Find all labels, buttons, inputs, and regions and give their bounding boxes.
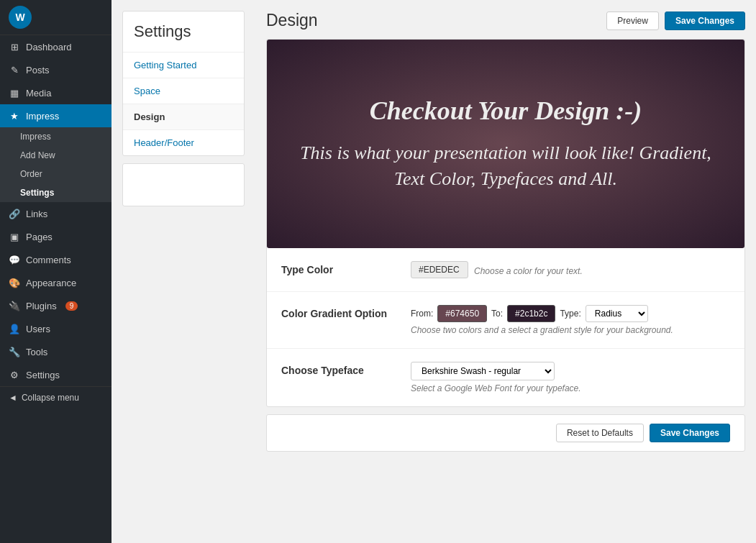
gradient-label: Color Gradient Option [281, 305, 411, 319]
sidebar-item-tools[interactable]: 🔧 Tools [0, 340, 111, 363]
sidebar-item-links[interactable]: 🔗 Links [0, 202, 111, 225]
wordpress-icon: W [9, 6, 32, 29]
sidebar-item-users[interactable]: 👤 Users [0, 317, 111, 340]
wp-logo: W [0, 0, 111, 35]
nav-link-space[interactable]: Space [123, 78, 244, 104]
design-header: Design Preview Save Changes [266, 11, 745, 30]
design-title: Design [266, 11, 318, 30]
impress-submenu: Impress Add New Order Settings [0, 127, 111, 202]
tools-icon: 🔧 [9, 346, 20, 357]
dashboard-icon: ⊞ [9, 41, 20, 53]
settings-panel: Settings Getting Started Space Design He… [111, 0, 255, 543]
nav-link-header-footer[interactable]: Header/Footer [123, 130, 244, 155]
collapse-menu-button[interactable]: ◄ Collapse menu [0, 386, 111, 409]
settings-nav: Getting Started Space Design Header/Foot… [123, 53, 244, 155]
design-header-buttons: Preview Save Changes [606, 12, 745, 30]
gradient-control: From: #674650 To: #2c1b2c Type: Radius L… [411, 305, 730, 335]
sidebar-item-comments[interactable]: 💬 Comments [0, 248, 111, 271]
gradient-from-label: From: [411, 309, 433, 319]
nav-design[interactable]: Design [123, 104, 244, 130]
appearance-icon: 🎨 [9, 277, 20, 288]
gradient-from-swatch[interactable]: #674650 [437, 305, 487, 322]
sidebar-item-posts[interactable]: ✎ Posts [0, 58, 111, 81]
type-color-control: #EDEDEC Choose a color for your text. [411, 261, 730, 278]
nav-link-getting-started[interactable]: Getting Started [123, 53, 244, 78]
submenu-impress[interactable]: Impress [0, 127, 111, 146]
sidebar-label-users: Users [26, 324, 50, 334]
nav-space[interactable]: Space [123, 78, 244, 104]
links-icon: 🔗 [9, 208, 20, 219]
gradient-row: Color Gradient Option From: #674650 To: … [267, 292, 744, 349]
sidebar-label-comments: Comments [26, 255, 71, 265]
settings-box: Settings Getting Started Space Design He… [122, 11, 245, 156]
submenu-add-new[interactable]: Add New [0, 146, 111, 165]
sidebar-label-posts: Posts [26, 65, 50, 76]
impress-icon: ★ [9, 110, 20, 122]
typeface-row: Choose Typeface Berkshire Swash - regula… [267, 349, 744, 406]
sidebar-item-dashboard[interactable]: ⊞ Dashboard [0, 35, 111, 58]
sidebar-item-impress[interactable]: ★ Impress [0, 104, 111, 127]
sidebar-item-settings[interactable]: ⚙ Settings [0, 363, 111, 386]
gradient-inputs-group: From: #674650 To: #2c1b2c Type: Radius L… [411, 305, 730, 322]
gradient-type-label: Type: [560, 309, 580, 319]
typeface-control: Berkshire Swash - regular Open Sans - re… [411, 362, 730, 393]
sidebar-item-pages[interactable]: ▣ Pages [0, 225, 111, 248]
sidebar-label-impress: Impress [26, 111, 59, 122]
bottom-bar: Reset to Defaults Save Changes [266, 414, 745, 452]
sidebar-label-links: Links [26, 209, 47, 219]
sidebar-item-media[interactable]: ▦ Media [0, 81, 111, 104]
collapse-arrow-icon: ◄ [9, 393, 17, 403]
collapse-label: Collapse menu [22, 393, 79, 403]
preview-subtitle: This is what your presentation will look… [288, 140, 723, 193]
preview-title: Checkout Your Design :-) [370, 96, 642, 126]
save-changes-button-top[interactable]: Save Changes [665, 12, 745, 30]
plugins-icon: 🔌 [9, 300, 20, 311]
sidebar-label-media: Media [26, 88, 51, 99]
nav-getting-started[interactable]: Getting Started [123, 53, 244, 78]
nav-header-footer[interactable]: Header/Footer [123, 130, 244, 155]
type-color-swatch[interactable]: #EDEDEC [411, 261, 468, 278]
users-icon: 👤 [9, 323, 20, 334]
design-area: Design Preview Save Changes Checkout You… [255, 0, 756, 543]
reset-defaults-button[interactable]: Reset to Defaults [556, 424, 644, 442]
sidebar-label-settings: Settings [26, 370, 60, 380]
plugins-badge: 9 [65, 301, 78, 311]
gradient-hint: Choose two colors and a select a gradien… [411, 325, 730, 335]
gradient-type-select[interactable]: Radius Linear Diamond [586, 305, 648, 322]
submenu-settings[interactable]: Settings [0, 183, 111, 202]
typeface-hint: Select a Google Web Font for your typefa… [411, 383, 730, 393]
type-color-input-group: #EDEDEC Choose a color for your text. [411, 261, 730, 278]
save-changes-button-bottom[interactable]: Save Changes [650, 424, 730, 442]
typeface-select[interactable]: Berkshire Swash - regular Open Sans - re… [411, 362, 555, 380]
nav-link-design[interactable]: Design [123, 104, 244, 129]
pages-icon: ▣ [9, 231, 20, 242]
design-form: Checkout Your Design :-) This is what yo… [266, 39, 745, 407]
sidebar-item-plugins[interactable]: 🔌 Plugins 9 [0, 294, 111, 317]
main-content: Settings Getting Started Space Design He… [111, 0, 756, 543]
sidebar-label-pages: Pages [26, 232, 53, 242]
preview-banner: Checkout Your Design :-) This is what yo… [267, 40, 744, 248]
sidebar-label-dashboard: Dashboard [26, 42, 72, 53]
typeface-label: Choose Typeface [281, 362, 411, 376]
posts-icon: ✎ [9, 64, 20, 76]
settings-icon: ⚙ [9, 369, 20, 380]
type-color-label: Type Color [281, 261, 411, 275]
settings-extra-box [122, 163, 245, 206]
settings-title: Settings [123, 12, 244, 53]
gradient-to-swatch[interactable]: #2c1b2c [507, 305, 555, 322]
gradient-to-label: To: [491, 309, 503, 319]
sidebar-label-plugins: Plugins [26, 301, 57, 311]
media-icon: ▦ [9, 87, 20, 99]
submenu-order[interactable]: Order [0, 165, 111, 183]
sidebar-label-tools: Tools [26, 347, 47, 357]
type-color-hint: Choose a color for your text. [474, 266, 583, 276]
sidebar-item-appearance[interactable]: 🎨 Appearance [0, 271, 111, 294]
sidebar: W ⊞ Dashboard ✎ Posts ▦ Media ★ Impress … [0, 0, 111, 543]
comments-icon: 💬 [9, 254, 20, 265]
type-color-row: Type Color #EDEDEC Choose a color for yo… [267, 248, 744, 292]
preview-button[interactable]: Preview [606, 12, 659, 30]
sidebar-label-appearance: Appearance [26, 278, 76, 288]
